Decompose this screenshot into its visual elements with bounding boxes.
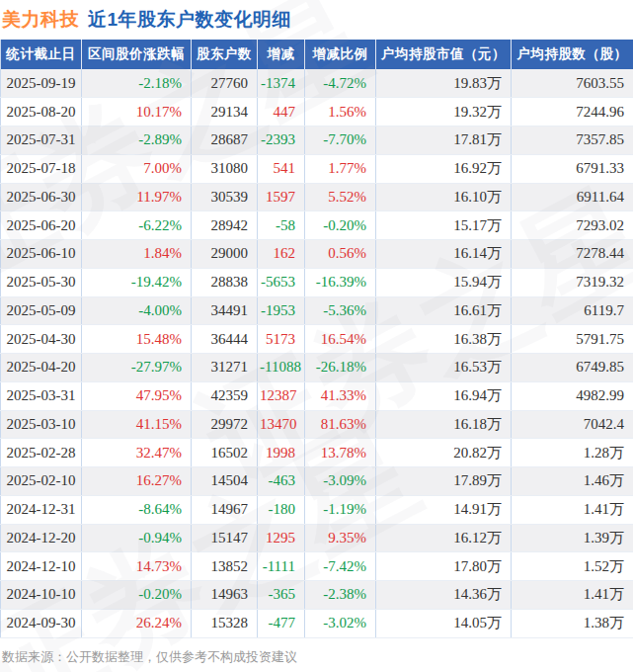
cell-price-change: 32.47% <box>82 439 192 467</box>
cell-delta: -1953 <box>258 296 305 325</box>
cell-holders: 14963 <box>192 581 258 610</box>
cell-delta-pct: 1.56% <box>305 98 376 126</box>
cell-date: 2025-02-28 <box>1 439 82 467</box>
cell-holders: 29972 <box>192 410 258 439</box>
cell-delta: -365 <box>258 581 305 610</box>
table-row: 2024-10-10-0.20%14963-365-2.38%14.36万1.4… <box>1 581 633 610</box>
header-row: 统计截止日 区间股价涨跌幅 股东户数 增减 增减比例 户均持股市值（元） 户均持… <box>1 40 633 69</box>
table-row: 2025-02-1016.27%14504-463-3.09%17.89万1.4… <box>1 467 633 496</box>
cell-holders: 31271 <box>192 354 258 382</box>
cell-date: 2024-09-30 <box>1 609 82 637</box>
cell-date: 2025-05-30 <box>1 268 82 296</box>
cell-price-change: -0.94% <box>82 524 192 552</box>
cell-avg-value: 14.05万 <box>376 609 512 637</box>
cell-avg-value: 16.12万 <box>376 524 512 552</box>
cell-price-change: -19.42% <box>82 268 192 296</box>
col-header-avg-shares: 户均持股数（股） <box>512 40 633 69</box>
table-row: 2025-02-2832.47%16502199813.78%20.82万1.2… <box>1 439 633 467</box>
cell-delta: -180 <box>258 495 305 524</box>
cell-holders: 29134 <box>192 98 258 126</box>
cell-avg-shares: 6119.7 <box>512 296 633 325</box>
table-body: 2025-09-19-2.18%27760-1374-4.72%19.83万76… <box>1 69 633 637</box>
cell-avg-shares: 7603.55 <box>512 69 633 98</box>
cell-avg-shares: 6791.33 <box>512 154 633 183</box>
cell-avg-shares: 7278.44 <box>512 240 633 269</box>
data-source-note: 数据来源：公开数据整理，仅供参考不构成投资建议 <box>0 648 633 666</box>
cell-date: 2024-10-10 <box>1 581 82 610</box>
cell-holders: 28687 <box>192 126 258 155</box>
cell-delta-pct: -4.72% <box>305 69 376 98</box>
cell-avg-shares: 7293.02 <box>512 211 633 240</box>
cell-date: 2025-02-10 <box>1 467 82 496</box>
col-header-delta: 增减 <box>258 40 305 69</box>
cell-date: 2025-03-10 <box>1 410 82 439</box>
table-row: 2025-06-3011.97%3053915975.52%16.10万6911… <box>1 183 633 211</box>
cell-date: 2024-12-20 <box>1 524 82 552</box>
cell-holders: 29000 <box>192 240 258 269</box>
cell-avg-value: 15.94万 <box>376 268 512 296</box>
cell-date: 2025-05-09 <box>1 296 82 325</box>
table-row: 2025-06-101.84%290001620.56%16.14万7278.4… <box>1 240 633 269</box>
cell-avg-value: 16.18万 <box>376 410 512 439</box>
shareholder-table: 统计截止日 区间股价涨跌幅 股东户数 增减 增减比例 户均持股市值（元） 户均持… <box>0 40 633 638</box>
cell-avg-value: 16.61万 <box>376 296 512 325</box>
cell-holders: 30539 <box>192 183 258 211</box>
table-row: 2025-07-187.00%310805411.77%16.92万6791.3… <box>1 154 633 183</box>
title-bar: 美力科技 近1年股东户数变化明细 <box>0 0 633 40</box>
cell-delta-pct: -3.09% <box>305 467 376 496</box>
table-header: 统计截止日 区间股价涨跌幅 股东户数 增减 增减比例 户均持股市值（元） 户均持… <box>1 40 633 69</box>
cell-avg-value: 19.32万 <box>376 98 512 126</box>
table-row: 2025-07-31-2.89%28687-2393-7.70%17.81万73… <box>1 126 633 155</box>
cell-date: 2025-07-18 <box>1 154 82 183</box>
table-row: 2025-06-20-6.22%28942-58-0.20%15.17万7293… <box>1 211 633 240</box>
col-header-date: 统计截止日 <box>1 40 82 69</box>
cell-price-change: 26.24% <box>82 609 192 637</box>
cell-delta-pct: 0.56% <box>305 240 376 269</box>
cell-delta-pct: -0.20% <box>305 211 376 240</box>
cell-avg-value: 16.14万 <box>376 240 512 269</box>
cell-avg-value: 14.36万 <box>376 581 512 610</box>
cell-price-change: 47.95% <box>82 381 192 410</box>
cell-delta: -1111 <box>258 552 305 581</box>
cell-date: 2025-03-31 <box>1 381 82 410</box>
table-row: 2025-04-20-27.97%31271-11088-26.18%16.53… <box>1 354 633 382</box>
cell-avg-shares: 1.28万 <box>512 439 633 467</box>
cell-avg-value: 16.92万 <box>376 154 512 183</box>
cell-price-change: -27.97% <box>82 354 192 382</box>
cell-price-change: -2.18% <box>82 69 192 98</box>
cell-holders: 15328 <box>192 609 258 637</box>
cell-avg-shares: 1.38万 <box>512 609 633 637</box>
cell-date: 2025-06-20 <box>1 211 82 240</box>
cell-avg-shares: 6911.64 <box>512 183 633 211</box>
cell-date: 2025-08-20 <box>1 98 82 126</box>
table-row: 2025-05-09-4.00%34491-1953-5.36%16.61万61… <box>1 296 633 325</box>
cell-holders: 28838 <box>192 268 258 296</box>
cell-date: 2025-04-30 <box>1 325 82 354</box>
cell-avg-shares: 1.46万 <box>512 467 633 496</box>
cell-avg-value: 17.80万 <box>376 552 512 581</box>
cell-delta: -477 <box>258 609 305 637</box>
cell-holders: 36444 <box>192 325 258 354</box>
cell-price-change: -8.64% <box>82 495 192 524</box>
cell-delta-pct: 16.54% <box>305 325 376 354</box>
cell-date: 2025-06-10 <box>1 240 82 269</box>
stock-name: 美力科技 <box>2 7 79 33</box>
table-row: 2024-12-1014.73%13852-1111-7.42%17.80万1.… <box>1 552 633 581</box>
cell-avg-shares: 1.41万 <box>512 581 633 610</box>
cell-delta-pct: 9.35% <box>305 524 376 552</box>
cell-delta-pct: 41.33% <box>305 381 376 410</box>
cell-delta-pct: -3.02% <box>305 609 376 637</box>
cell-delta-pct: -16.39% <box>305 268 376 296</box>
cell-delta: 447 <box>258 98 305 126</box>
cell-avg-shares: 6749.85 <box>512 354 633 382</box>
cell-delta: 5173 <box>258 325 305 354</box>
cell-holders: 27760 <box>192 69 258 98</box>
cell-delta: -5653 <box>258 268 305 296</box>
cell-avg-value: 16.94万 <box>376 381 512 410</box>
cell-avg-shares: 5791.75 <box>512 325 633 354</box>
cell-holders: 42359 <box>192 381 258 410</box>
cell-price-change: 7.00% <box>82 154 192 183</box>
cell-avg-value: 16.53万 <box>376 354 512 382</box>
cell-avg-shares: 7042.4 <box>512 410 633 439</box>
cell-date: 2025-06-30 <box>1 183 82 211</box>
